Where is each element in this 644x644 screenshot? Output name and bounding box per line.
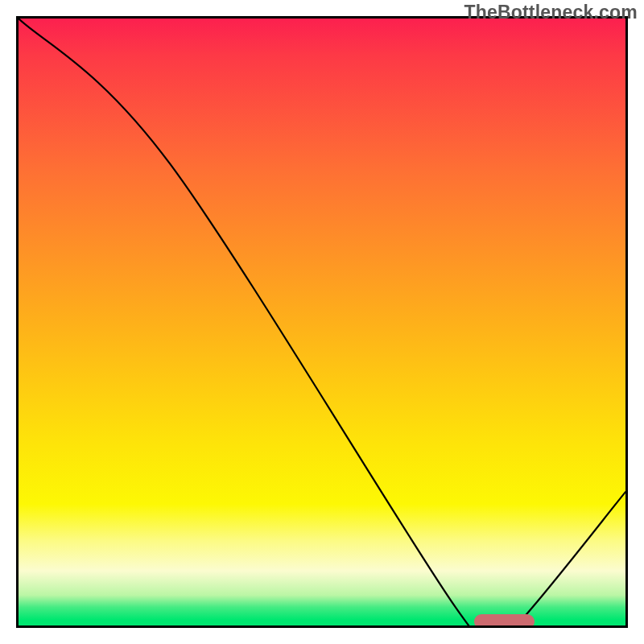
- plot-area: [16, 16, 628, 628]
- chart-frame: TheBottleneck.com: [0, 0, 644, 644]
- bottleneck-curve: [19, 19, 625, 625]
- sweet-spot-marker: [474, 614, 535, 628]
- attribution-text: TheBottleneck.com: [464, 2, 638, 23]
